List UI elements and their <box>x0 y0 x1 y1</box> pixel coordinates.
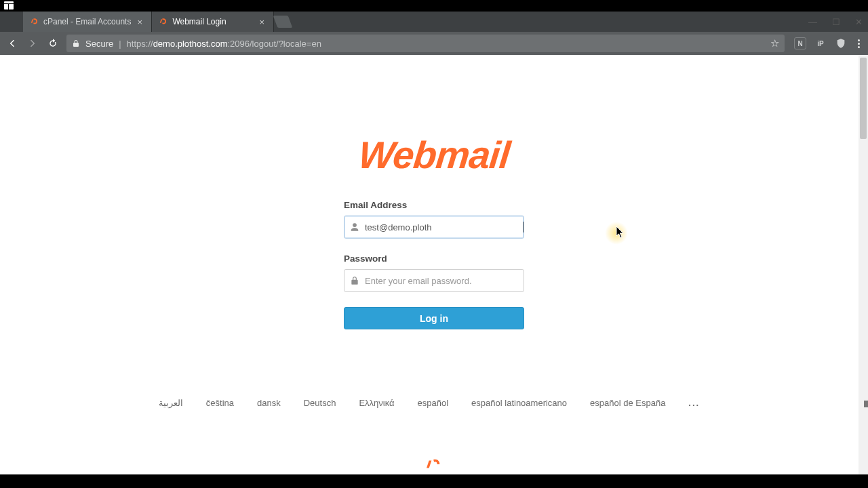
tab-close-icon[interactable]: × <box>135 17 144 26</box>
lang-option[interactable]: العربية <box>159 398 183 408</box>
tab-webmail[interactable]: Webmail Login × <box>152 12 274 32</box>
extension-shield-icon[interactable] <box>835 37 847 49</box>
url: https://demo.plothost.com:2096/logout/?l… <box>127 39 321 49</box>
window-minimize-button[interactable]: — <box>808 17 817 27</box>
os-top-bar <box>0 0 868 12</box>
lock-icon <box>72 39 80 47</box>
login-button[interactable]: Log in <box>344 307 524 329</box>
lang-option[interactable]: Deutsch <box>304 398 336 408</box>
right-edge-mark <box>864 401 868 407</box>
extension-ip-icon[interactable] <box>814 37 827 49</box>
password-label: Password <box>344 253 524 264</box>
lang-option[interactable]: español latinoamericano <box>471 398 567 408</box>
webmail-logo: Webmail <box>356 133 511 177</box>
window-close-button[interactable]: ✕ <box>855 17 863 27</box>
app-icon <box>4 1 14 9</box>
password-field-wrap <box>344 269 524 292</box>
os-bottom-bar <box>0 474 868 488</box>
cpanel-footer-logo-icon <box>427 459 441 473</box>
login-form: Email Address Password Log in <box>344 200 524 329</box>
lang-option[interactable]: español de España <box>590 398 665 408</box>
scrollbar-thumb[interactable] <box>860 58 867 139</box>
tab-close-icon[interactable]: × <box>257 17 267 26</box>
extension-1-icon[interactable]: N <box>794 37 806 49</box>
secure-label: Secure <box>85 39 113 49</box>
bookmark-star-icon[interactable]: ☆ <box>770 37 779 49</box>
cpanel-favicon-icon <box>30 17 39 26</box>
address-bar: Secure | https://demo.plothost.com:2096/… <box>0 32 868 55</box>
lock-icon <box>344 276 365 285</box>
lang-option[interactable]: Ελληνικά <box>359 398 394 408</box>
lang-option[interactable]: dansk <box>257 398 281 408</box>
cpanel-favicon-icon <box>159 17 168 26</box>
email-label: Email Address <box>344 200 524 210</box>
page-viewport: Webmail Email Address Password Log in ال <box>0 55 868 474</box>
nav-reload-button[interactable] <box>46 38 60 49</box>
lang-option[interactable]: español <box>418 398 449 408</box>
omnibox[interactable]: Secure | https://demo.plothost.com:2096/… <box>66 35 785 52</box>
tab-title: Webmail Login <box>172 17 253 26</box>
window-maximize-button[interactable]: ☐ <box>832 17 840 27</box>
window-controls: — ☐ ✕ <box>808 12 863 32</box>
separator: | <box>119 39 121 49</box>
text-caret <box>523 222 524 232</box>
language-selector: العربية čeština dansk Deutsch Ελληνικά e… <box>0 398 859 408</box>
reload-icon <box>47 38 58 49</box>
user-icon <box>344 222 365 232</box>
tab-strip: cPanel - Email Accounts × Webmail Login … <box>0 12 868 32</box>
new-tab-button[interactable] <box>274 12 292 32</box>
browser-menu-button[interactable] <box>855 39 863 48</box>
password-input[interactable] <box>365 270 524 291</box>
nav-forward-button[interactable] <box>26 38 39 49</box>
tab-title: cPanel - Email Accounts <box>43 17 131 26</box>
extensions: N <box>791 37 863 49</box>
nav-back-button[interactable] <box>5 38 19 49</box>
email-input[interactable] <box>365 216 527 238</box>
arrow-left-icon <box>7 38 18 49</box>
email-field-wrap <box>344 216 524 239</box>
tab-cpanel[interactable]: cPanel - Email Accounts × <box>23 12 152 32</box>
lang-more-button[interactable]: ... <box>688 398 700 408</box>
arrow-right-icon <box>27 38 38 49</box>
vertical-scrollbar[interactable] <box>859 55 868 474</box>
lang-option[interactable]: čeština <box>206 398 234 408</box>
